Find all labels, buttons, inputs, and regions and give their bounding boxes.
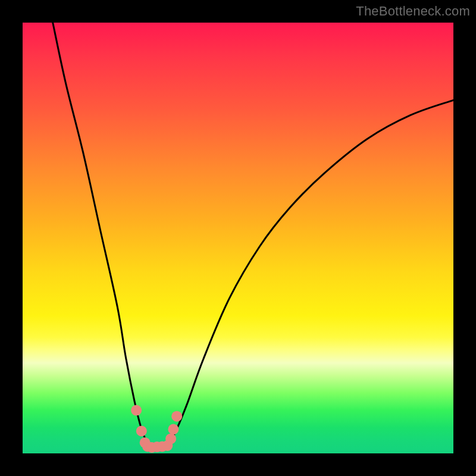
curve-svg [23, 23, 453, 453]
chart-frame: TheBottleneck.com [0, 0, 476, 476]
watermark-text: TheBottleneck.com [356, 4, 470, 19]
bottleneck-curve [53, 23, 453, 447]
highlight-dot [136, 425, 147, 436]
highlight-dot [165, 433, 176, 444]
plot-area [23, 23, 453, 453]
highlight-markers [131, 405, 182, 453]
highlight-dot [171, 411, 182, 422]
highlight-dot [168, 424, 178, 435]
highlight-dot [131, 405, 142, 416]
